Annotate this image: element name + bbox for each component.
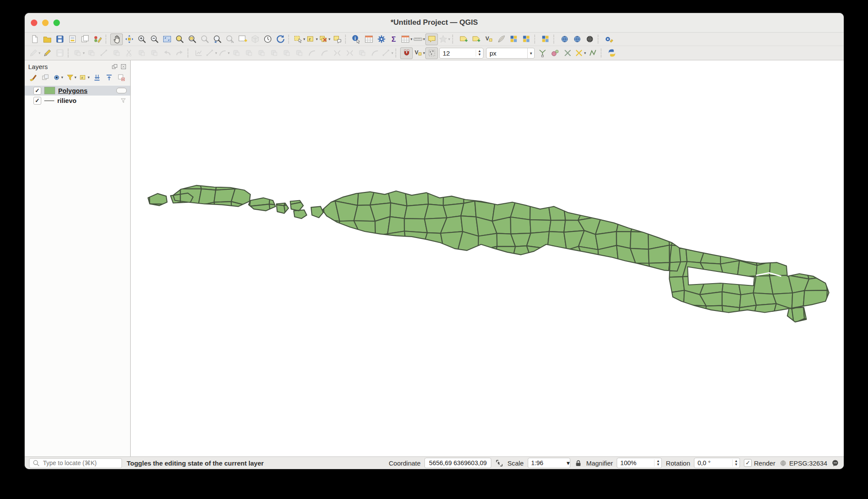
- new-print-layout-button[interactable]: [66, 33, 79, 45]
- refresh-map-button[interactable]: [274, 33, 286, 45]
- dropdown-arrow-icon[interactable]: ▾: [584, 51, 586, 55]
- deselect-features-button[interactable]: ▾: [318, 33, 331, 45]
- save-project-button[interactable]: [53, 33, 66, 45]
- edit-indicator-badge[interactable]: [116, 88, 127, 93]
- move-label-button[interactable]: V: [482, 33, 495, 45]
- remove-layer-button[interactable]: [117, 73, 126, 82]
- diagram-options-button[interactable]: [539, 33, 552, 45]
- filter-by-expression-button[interactable]: ε▾: [79, 73, 90, 82]
- layer-visibility-checkbox[interactable]: ✓: [33, 97, 41, 105]
- zoom-out-button[interactable]: [148, 33, 161, 45]
- rotation-stepper[interactable]: ▲▼: [732, 459, 740, 466]
- change-label-button[interactable]: [507, 33, 520, 45]
- configure-labels-button[interactable]: [470, 33, 482, 45]
- zoom-window-button[interactable]: [53, 20, 60, 26]
- new-project-button[interactable]: [28, 33, 41, 45]
- dropdown-arrow-icon[interactable]: ▾: [83, 51, 85, 55]
- vertex-tool-button[interactable]: [536, 47, 549, 59]
- new-labels-button[interactable]: [457, 33, 470, 45]
- temporal-controller-button[interactable]: [261, 33, 274, 45]
- magnifier-stepper[interactable]: ▲▼: [654, 459, 661, 466]
- dropdown-arrow-icon[interactable]: ▾: [215, 51, 217, 55]
- layer-styling-button[interactable]: [28, 73, 38, 82]
- locator-search[interactable]: [29, 458, 122, 468]
- collapse-all-button[interactable]: [105, 73, 114, 82]
- coordinate-input[interactable]: 5656,69 6369603,09: [424, 458, 491, 468]
- open-attribute-table-button[interactable]: [362, 33, 375, 45]
- expand-all-button[interactable]: [92, 73, 102, 82]
- select-by-expression-button[interactable]: ε▾: [306, 33, 318, 45]
- zoom-full-button[interactable]: [161, 33, 173, 45]
- delete-vertex-button[interactable]: [561, 47, 574, 59]
- snap-on-intersection-button[interactable]: [425, 47, 438, 59]
- vertex-tool-current-layer-button[interactable]: ▾: [574, 47, 586, 59]
- select-features-button[interactable]: ▾: [293, 33, 306, 45]
- render-checkbox[interactable]: ✓: [744, 459, 752, 467]
- new-map-view-button[interactable]: [236, 33, 249, 45]
- dropdown-arrow-icon[interactable]: ▾: [423, 37, 425, 41]
- metasearch-button[interactable]: [558, 33, 571, 45]
- qgis-hub-button[interactable]: [583, 33, 596, 45]
- layer-visibility-checkbox[interactable]: ✓: [33, 87, 41, 95]
- messages-icon[interactable]: [831, 459, 839, 467]
- enable-snapping-button[interactable]: [400, 47, 413, 59]
- locator-input[interactable]: [42, 459, 119, 467]
- zoom-to-layer-button[interactable]: [186, 33, 198, 45]
- rotation-spinbox[interactable]: 0,0 ° ▲▼: [694, 458, 740, 468]
- lock-scale-icon[interactable]: [574, 459, 582, 467]
- manage-map-themes-button[interactable]: ▾: [53, 73, 63, 82]
- map-tips-button[interactable]: [425, 33, 438, 45]
- zoom-in-button[interactable]: [135, 33, 148, 45]
- dropdown-arrow-icon[interactable]: ▾: [423, 51, 425, 55]
- tracing-button[interactable]: [586, 47, 599, 59]
- snapping-unit-combo[interactable]: px▾: [486, 48, 535, 59]
- scale-dropdown-arrow[interactable]: ▾: [566, 459, 569, 466]
- pan-to-selection-button[interactable]: [123, 33, 135, 45]
- rotate-label-button[interactable]: [495, 33, 507, 45]
- dropdown-arrow-icon[interactable]: ▾: [411, 37, 413, 41]
- dropdown-arrow-icon[interactable]: ▾: [75, 75, 77, 79]
- identify-features-button[interactable]: i: [350, 33, 362, 45]
- combo-dropdown-arrow[interactable]: ▾: [527, 48, 534, 58]
- layer-row-rilievo[interactable]: ✓rilievo: [25, 96, 130, 106]
- zoom-to-selection-button[interactable]: [173, 33, 186, 45]
- style-manager-button[interactable]: [91, 33, 104, 45]
- dropdown-arrow-icon[interactable]: ▾: [39, 51, 41, 55]
- crs-status-button[interactable]: EPSG:32634: [779, 459, 827, 467]
- filter-indicator-icon[interactable]: [120, 97, 127, 104]
- scale-combobox[interactable]: 1:96 ▾: [528, 458, 570, 468]
- filter-legend-button[interactable]: ▾: [66, 73, 77, 82]
- pan-map-button[interactable]: [110, 33, 123, 45]
- dropdown-arrow-icon[interactable]: ▾: [329, 37, 331, 41]
- dropdown-arrow-icon[interactable]: ▾: [316, 37, 318, 41]
- measure-button[interactable]: ▾: [413, 33, 425, 45]
- vertex-editor-button[interactable]: [549, 47, 561, 59]
- map-canvas[interactable]: [131, 60, 844, 456]
- python-console-button[interactable]: [605, 47, 618, 59]
- close-panel-icon[interactable]: [120, 63, 127, 70]
- open-project-button[interactable]: [41, 33, 53, 45]
- zoom-last-button[interactable]: [211, 33, 224, 45]
- magnifier-spinbox[interactable]: 100% ▲▼: [617, 458, 662, 468]
- attribute-table-dropdown[interactable]: ▾: [400, 33, 413, 45]
- dropdown-arrow-icon[interactable]: ▾: [88, 75, 90, 79]
- show-layout-manager-button[interactable]: [79, 33, 91, 45]
- spin-stepper[interactable]: ▲▼: [476, 50, 483, 56]
- web-service-button[interactable]: [571, 33, 583, 45]
- processing-toolbox-button[interactable]: [602, 33, 615, 45]
- dropdown-arrow-icon[interactable]: ▾: [391, 51, 394, 55]
- dropdown-arrow-icon[interactable]: ▾: [303, 37, 306, 41]
- minimize-window-button[interactable]: [42, 20, 49, 26]
- snapping-mode-dropdown[interactable]: V▾: [413, 47, 425, 59]
- toggle-editing-button[interactable]: [41, 47, 53, 59]
- extents-icon[interactable]: [495, 459, 503, 467]
- select-by-form-button[interactable]: [331, 33, 343, 45]
- close-window-button[interactable]: [31, 20, 37, 26]
- float-panel-icon[interactable]: [112, 63, 118, 70]
- options-button[interactable]: [375, 33, 388, 45]
- add-group-button[interactable]: [40, 73, 50, 82]
- statistics-button[interactable]: Σ: [388, 33, 400, 45]
- snapping-tolerance-spinbox[interactable]: 12▲▼: [439, 48, 483, 59]
- dropdown-arrow-icon[interactable]: ▾: [228, 51, 230, 55]
- layer-row-polygons[interactable]: ✓Polygons: [25, 86, 130, 96]
